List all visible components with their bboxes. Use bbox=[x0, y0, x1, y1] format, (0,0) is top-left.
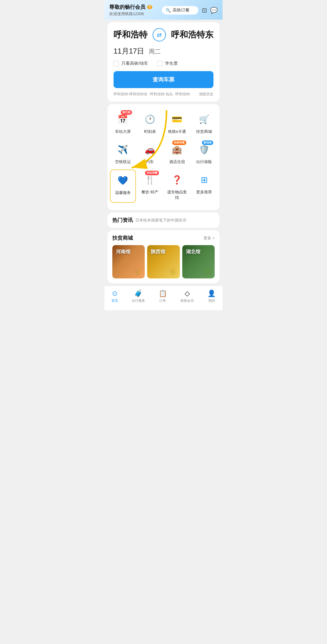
header-icons: ⊡ 💬 bbox=[202, 7, 218, 14]
scan-icon[interactable]: ⊡ bbox=[202, 7, 207, 14]
to-station[interactable]: 呼和浩特东 bbox=[171, 29, 213, 41]
lost-found-label: 遗失物品查找 bbox=[165, 189, 189, 200]
schedule-icon-wrap: 🕐 bbox=[142, 111, 158, 127]
more-icon-wrap: ⊞ bbox=[196, 172, 212, 188]
warm-service-icon: 💙 bbox=[117, 176, 128, 186]
station-screen-icon-wrap: 📅 查行程 bbox=[115, 111, 131, 127]
more-label: 更多推荐 bbox=[196, 189, 212, 195]
home-icon: ⊙ bbox=[112, 290, 117, 297]
grid-section: 📅 查行程 车站大屏 🕐 时刻表 💳 铁路e卡通 🛒 扶贫商城 bbox=[107, 104, 220, 210]
nav-orders[interactable]: 📋 订单 bbox=[155, 288, 170, 304]
car-hire-icon-wrap: 🚗 bbox=[142, 142, 158, 157]
search-ticket-button[interactable]: 查询车票 bbox=[114, 71, 213, 88]
poverty-more-link[interactable]: 更多 > bbox=[203, 235, 215, 241]
student-filter-option[interactable]: 学生票 bbox=[157, 61, 178, 66]
message-icon[interactable]: 💬 bbox=[210, 7, 218, 14]
poverty-mall-icon-wrap: 🛒 bbox=[196, 111, 212, 127]
history-item-1[interactable]: 呼和浩特-呼和浩特东 bbox=[114, 92, 147, 97]
header-title: 尊敬的畅行会员 Y bbox=[109, 4, 152, 11]
student-checkbox[interactable] bbox=[157, 61, 163, 66]
search-icon: 🔍 bbox=[166, 8, 171, 13]
clear-history-button[interactable]: 清除历史 bbox=[199, 92, 213, 97]
hubei-card-label: 湖北馆 bbox=[186, 249, 200, 255]
grid-item-more[interactable]: ⊞ 更多推荐 bbox=[191, 169, 217, 203]
henan-decoration: 🌾 bbox=[134, 268, 142, 276]
nav-travel[interactable]: 🧳 出行服务 bbox=[128, 288, 149, 304]
hsr-filter-option[interactable]: 只看高铁/动车 bbox=[114, 61, 148, 66]
header-subtitle: 欢迎使用铁路12306 bbox=[109, 11, 152, 17]
grid-item-food[interactable]: 🍴 车站用餐 餐饮·特产 bbox=[137, 169, 163, 203]
shaanxi-card[interactable]: 陕西馆 🌾 bbox=[147, 245, 180, 278]
hotel-icon-wrap: 🏨 铁路特惠 bbox=[169, 142, 185, 157]
station-row: 呼和浩特 ⇄ 呼和浩特东 bbox=[114, 28, 213, 41]
poverty-mall-icon: 🛒 bbox=[199, 114, 210, 124]
grid-item-schedule[interactable]: 🕐 时刻表 bbox=[137, 109, 163, 137]
ecard-icon: 💳 bbox=[172, 114, 182, 124]
membership-icon: ◇ bbox=[185, 290, 190, 297]
grid-row-3: 💙 温馨服务 🍴 车站用餐 餐饮·特产 ❓ 遗失物品查找 ⊞ 更多推荐 bbox=[110, 169, 217, 203]
henan-card-bg: 河南馆 🌾 bbox=[112, 245, 145, 278]
grid-item-poverty-mall[interactable]: 🛒 扶贫商城 bbox=[191, 109, 217, 137]
food-icon-wrap: 🍴 车站用餐 bbox=[142, 172, 158, 188]
search-bar[interactable]: 🔍 高铁订餐 bbox=[162, 6, 198, 15]
weekday: 周二 bbox=[149, 48, 161, 55]
header: 尊敬的畅行会员 Y 欢迎使用铁路12306 🔍 高铁订餐 ⊡ 💬 bbox=[104, 0, 223, 20]
station-screen-label: 车站大屏 bbox=[115, 129, 131, 134]
hotel-badge: 铁路特惠 bbox=[172, 140, 186, 145]
booking-card: 呼和浩特 ⇄ 呼和浩特东 11月17日 周二 只看高铁/动车 学生票 查询车票 … bbox=[107, 22, 220, 102]
schedule-icon: 🕐 bbox=[145, 114, 155, 124]
hot-header: 热门资讯 日本绘本画家笔下的中国街市 bbox=[112, 217, 215, 224]
hsr-checkbox[interactable] bbox=[114, 61, 119, 66]
grid-item-station-screen[interactable]: 📅 查行程 车站大屏 bbox=[110, 109, 136, 137]
nav-membership[interactable]: ◇ 铁路会员 bbox=[177, 288, 197, 304]
poverty-cards: 河南馆 🌾 陕西馆 🌾 湖北馆 🌿 bbox=[112, 245, 215, 278]
insurance-label: 出行保险 bbox=[196, 159, 212, 165]
from-station[interactable]: 呼和浩特 bbox=[114, 29, 147, 41]
history-item-2[interactable]: 呼和浩特-包头 bbox=[150, 92, 173, 97]
grid-item-air-rail[interactable]: ✈️ 空铁联运 bbox=[110, 139, 136, 167]
poverty-title: 扶贫商城 bbox=[112, 235, 133, 242]
insurance-icon-wrap: 🛡️ 新冠保 bbox=[196, 142, 212, 157]
travel-date: 11月17日 bbox=[114, 47, 144, 55]
grid-item-warm-service[interactable]: 💙 温馨服务 bbox=[110, 169, 136, 203]
nav-home[interactable]: ⊙ 首页 bbox=[108, 288, 122, 304]
grid-row-1: 📅 查行程 车站大屏 🕐 时刻表 💳 铁路e卡通 🛒 扶贫商城 bbox=[110, 109, 217, 137]
insurance-badge: 新冠保 bbox=[202, 140, 213, 145]
shaanxi-card-label: 陕西馆 bbox=[151, 249, 165, 255]
grid-item-ecard[interactable]: 💳 铁路e卡通 bbox=[164, 109, 190, 137]
food-label: 餐饮·特产 bbox=[141, 189, 158, 195]
grid-item-lost-found[interactable]: ❓ 遗失物品查找 bbox=[164, 169, 190, 203]
ecard-label: 铁路e卡通 bbox=[168, 129, 186, 134]
hubei-card[interactable]: 湖北馆 🌿 bbox=[182, 245, 215, 278]
schedule-label: 时刻表 bbox=[144, 129, 156, 134]
swap-station-button[interactable]: ⇄ bbox=[153, 28, 166, 41]
hot-news-section: 热门资讯 日本绘本画家笔下的中国街市 bbox=[107, 212, 220, 228]
shaanxi-decoration: 🌾 bbox=[169, 268, 177, 276]
history-item-3[interactable]: 呼和浩特- bbox=[175, 92, 191, 97]
ecard-icon-wrap: 💳 bbox=[169, 111, 185, 127]
air-rail-label: 空铁联运 bbox=[115, 159, 131, 165]
hubei-card-bg: 湖北馆 🌿 bbox=[182, 245, 215, 278]
henan-card[interactable]: 河南馆 🌾 bbox=[112, 245, 145, 278]
insurance-icon: 🛡️ bbox=[199, 145, 210, 155]
lost-found-icon-wrap: ❓ bbox=[169, 172, 185, 188]
air-rail-icon-wrap: ✈️ bbox=[115, 142, 131, 157]
hot-news-title: 热门资讯 bbox=[112, 217, 133, 224]
date-row[interactable]: 11月17日 周二 bbox=[114, 46, 213, 56]
orders-icon: 📋 bbox=[159, 290, 167, 297]
grid-item-hotel[interactable]: 🏨 铁路特惠 酒店住宿 bbox=[164, 139, 190, 167]
grid-item-insurance[interactable]: 🛡️ 新冠保 出行保险 bbox=[191, 139, 217, 167]
poverty-mall-label: 扶贫商城 bbox=[196, 129, 212, 134]
options-row: 只看高铁/动车 学生票 bbox=[114, 61, 213, 66]
nav-mine[interactable]: 👤 我的 bbox=[204, 288, 219, 304]
food-icon: 🍴 bbox=[145, 175, 155, 185]
poverty-header: 扶贫商城 更多 > bbox=[112, 235, 215, 242]
lost-found-icon: ❓ bbox=[172, 175, 182, 185]
membership-label: 铁路会员 bbox=[180, 298, 194, 303]
hotel-icon: 🏨 bbox=[172, 145, 182, 155]
travel-icon: 🧳 bbox=[134, 290, 142, 297]
student-filter-label: 学生票 bbox=[165, 61, 178, 66]
grid-row-2: ✈️ 空铁联运 🚗 约车 🏨 铁路特惠 酒店住宿 🛡️ 新冠保 出行保险 bbox=[110, 139, 217, 167]
grid-item-car-hire[interactable]: 🚗 约车 bbox=[137, 139, 163, 167]
poverty-section: 扶贫商城 更多 > 河南馆 🌾 陕西馆 🌾 湖北馆 🌿 bbox=[107, 230, 220, 283]
